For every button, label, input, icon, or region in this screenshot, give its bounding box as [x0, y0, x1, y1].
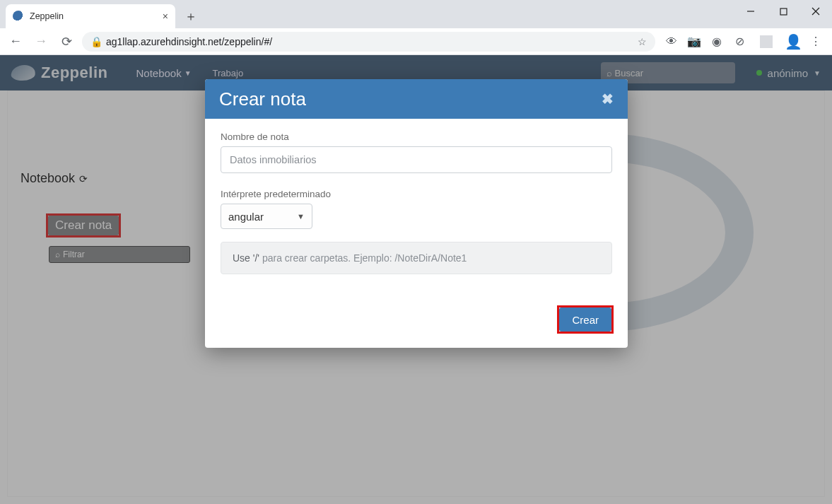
note-name-label: Nombre de nota	[221, 131, 612, 142]
new-tab-button[interactable]: ＋	[181, 6, 201, 26]
svg-rect-1	[780, 8, 787, 15]
note-name-input[interactable]	[221, 146, 612, 173]
window-maximize-button[interactable]	[767, 0, 799, 23]
window-close-button[interactable]	[799, 0, 832, 23]
reload-button[interactable]: ⟳	[57, 32, 76, 52]
modal-close-button[interactable]: ✖	[602, 90, 614, 107]
browser-tab[interactable]: Zeppelin ×	[6, 4, 175, 28]
extension-icons: 👁 📷 ◉ ⊘ 👤 ⋮	[661, 35, 826, 48]
address-bar[interactable]: 🔒 ag1llap.azurehdinsight.net/zeppelin/#/…	[82, 32, 655, 52]
hint-rest: para crear carpetas. Ejemplo: /NoteDirA/…	[259, 252, 467, 264]
chrome-menu-button[interactable]: ⋮	[809, 35, 822, 48]
bookmark-star-icon[interactable]: ☆	[638, 36, 647, 47]
forward-button[interactable]: →	[31, 32, 51, 52]
zeppelin-favicon-icon	[13, 11, 24, 22]
interpreter-label: Intérprete predeterminado	[221, 189, 612, 199]
url-text: ag1llap.azurehdinsight.net/zeppelin/#/	[106, 36, 272, 47]
tab-close-icon[interactable]: ×	[163, 11, 168, 22]
create-button-highlight: Crear	[557, 305, 614, 334]
extension-icon[interactable]: 📷	[688, 35, 701, 48]
extension-icon[interactable]: ⊘	[733, 35, 746, 48]
window-minimize-button[interactable]	[734, 0, 767, 23]
create-button[interactable]: Crear	[559, 307, 611, 332]
profile-avatar-icon[interactable]: 👤	[787, 35, 799, 48]
back-button[interactable]: ←	[6, 32, 25, 52]
folder-hint: Use '/' para crear carpetas. Ejemplo: /N…	[221, 242, 612, 274]
modal-title: Crear nota	[219, 88, 306, 110]
create-note-modal: Crear nota ✖ Nombre de nota Intérprete p…	[205, 79, 628, 348]
page-viewport: Zeppelin Notebook ▼ Trabajo ⌕ Buscar anó…	[0, 55, 832, 504]
modal-header: Crear nota ✖	[205, 79, 628, 119]
lock-icon: 🔒	[90, 36, 100, 47]
browser-toolbar: ← → ⟳ 🔒 ag1llap.azurehdinsight.net/zeppe…	[0, 28, 832, 55]
browser-tabstrip: Zeppelin × ＋	[0, 0, 832, 28]
interpreter-select[interactable]: angular ▼	[221, 204, 312, 229]
window-controls	[734, 0, 832, 23]
extension-icon[interactable]: 👁	[665, 35, 678, 48]
interpreter-value: angular	[228, 211, 264, 223]
hint-use: Use '/'	[233, 252, 259, 264]
extension-icon[interactable]: ◉	[710, 35, 723, 48]
browser-tab-title: Zeppelin	[30, 11, 64, 21]
chevron-down-icon: ▼	[297, 212, 305, 221]
toolbar-divider	[760, 35, 773, 48]
